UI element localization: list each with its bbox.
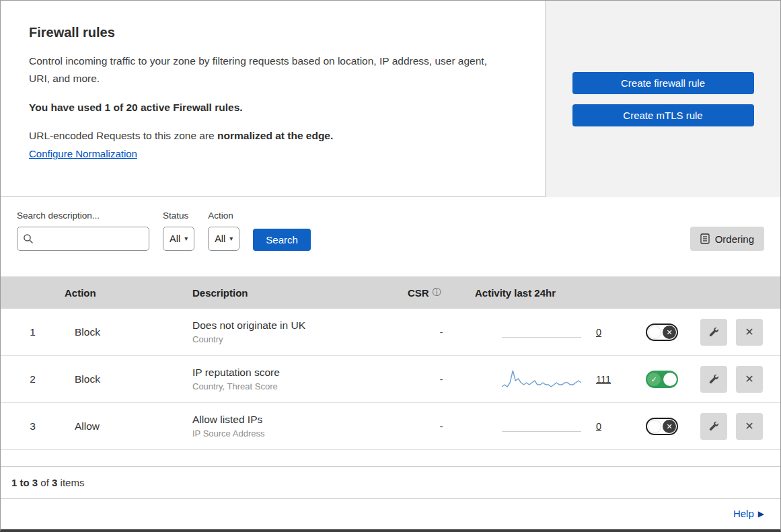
search-button[interactable]: Search [253,229,311,251]
status-filter-value: All [170,233,180,244]
close-icon: ✕ [745,420,753,432]
rule-action: Block [65,326,192,338]
header-actions-panel: Create firewall rule Create mTLS rule [546,1,780,197]
delete-rule-button[interactable]: ✕ [736,319,763,346]
firewall-rules-page: Firewall rules Control incoming traffic … [0,0,781,532]
header-info: Firewall rules Control incoming traffic … [1,1,546,197]
rule-toggle-cell: ✓ ✕ [628,418,696,435]
delete-rule-button[interactable]: ✕ [736,366,763,393]
usage-summary: You have used 1 of 20 active Firewall ru… [29,102,518,114]
rule-delete-cell: ✕ [732,413,780,440]
rule-description-cell: IP reputation score Country, Threat Scor… [192,367,408,391]
search-label: Search description... [17,211,149,221]
normalization-bold-text: normalized at the edge. [217,130,333,141]
rule-action: Block [65,373,192,385]
table-bottom-spacer [1,450,780,466]
rule-description: Allow listed IPs [192,414,408,426]
rule-description: Does not originate in UK [192,319,408,332]
column-description: Description [192,287,408,299]
rule-priority: 2 [1,373,65,385]
activity-count-link[interactable]: 0 [596,421,601,432]
activity-count-link[interactable]: 0 [596,327,601,338]
rule-priority: 3 [1,420,65,432]
rule-activity-cell: 111 [475,367,628,391]
table-header-row: Action Description CSR ⓘ Activity last 2… [1,276,780,309]
table-row: 3 Allow Allow listed IPs IP Source Addre… [1,403,780,450]
ordering-button-label: Ordering [715,233,754,245]
normalization-text: URL-encoded Requests to this zone are [29,130,217,141]
ordering-button[interactable]: Ordering [690,227,764,251]
configure-normalization-link[interactable]: Configure Normalization [29,148,137,159]
rule-activity-cell: 0 [475,414,628,439]
toggle-knob [663,373,677,386]
wrench-icon [708,327,719,338]
action-filter-dropdown[interactable]: All ▾ [208,227,239,251]
create-firewall-rule-button[interactable]: Create firewall rule [572,72,754,94]
info-icon[interactable]: ⓘ [433,287,441,299]
column-csr: CSR ⓘ [408,287,475,299]
help-link[interactable]: Help ▶ [733,508,764,519]
activity-count-link[interactable]: 111 [596,374,611,385]
filter-bar: Search description... Status All ▾ Actio… [1,197,780,276]
page-description: Control incoming traffic to your zone by… [29,52,507,87]
create-mtls-rule-button[interactable]: Create mTLS rule [572,104,754,126]
search-input[interactable] [17,227,149,251]
rule-action: Allow [65,420,192,432]
rule-fields: Country, Threat Score [192,381,408,391]
rule-description-cell: Does not originate in UK Country [192,319,408,344]
x-icon: ✕ [663,420,676,433]
rule-delete-cell: ✕ [732,366,780,393]
edit-rule-button[interactable] [700,413,727,440]
activity-sparkline [502,320,581,344]
toggle-knob [648,420,661,433]
chevron-down-icon: ▾ [229,235,233,242]
rule-priority: 1 [1,326,65,338]
table-row: 2 Block IP reputation score Country, Thr… [1,356,780,403]
rule-fields: IP Source Address [192,428,408,439]
action-filter-value: All [215,233,225,244]
rule-description-cell: Allow listed IPs IP Source Address [192,414,408,439]
rule-csr: - [408,326,475,338]
edit-rule-button[interactable] [700,319,727,346]
x-icon: ✕ [663,326,676,339]
rule-fields: Country [192,334,408,344]
rule-enabled-toggle[interactable]: ✓ ✕ [646,418,678,435]
rule-toggle-cell: ✓ ✕ [628,324,696,341]
chevron-down-icon: ▾ [184,235,188,242]
wrench-icon [708,374,719,385]
search-group: Search description... [17,211,149,251]
rule-csr: - [408,420,475,432]
delete-rule-button[interactable]: ✕ [736,413,763,440]
list-icon [700,233,710,244]
status-filter-group: Status All ▾ [163,211,194,251]
activity-sparkline [502,414,581,439]
search-field-wrap [17,227,149,251]
edit-rule-button[interactable] [700,366,727,393]
column-csr-label: CSR [408,287,429,299]
close-icon: ✕ [745,326,753,338]
check-icon: ✓ [647,373,661,386]
column-activity: Activity last 24hr [475,287,628,299]
rule-description: IP reputation score [192,367,408,379]
page-title: Firewall rules [29,25,518,40]
rule-edit-cell [696,319,732,346]
help-link-label: Help [733,508,754,519]
action-filter-group: Action All ▾ [208,211,239,251]
wrench-icon [708,421,719,432]
rule-enabled-toggle[interactable]: ✓ ✕ [646,371,678,388]
status-label: Status [163,211,194,221]
pagination-range: 1 to 3 [11,477,38,488]
status-filter-dropdown[interactable]: All ▾ [163,227,194,251]
rules-table: Action Description CSR ⓘ Activity last 2… [1,276,780,466]
pagination-of: of [38,477,52,488]
rule-csr: - [408,373,475,385]
normalization-note: URL-encoded Requests to this zone are no… [29,130,518,142]
help-row: Help ▶ [1,498,780,529]
rule-activity-cell: 0 [475,320,628,344]
close-icon: ✕ [745,373,753,385]
action-label: Action [208,211,239,221]
page-header: Firewall rules Control incoming traffic … [1,1,780,197]
rule-edit-cell [696,413,732,440]
rule-enabled-toggle[interactable]: ✓ ✕ [646,324,678,341]
rule-toggle-cell: ✓ ✕ [628,371,696,388]
